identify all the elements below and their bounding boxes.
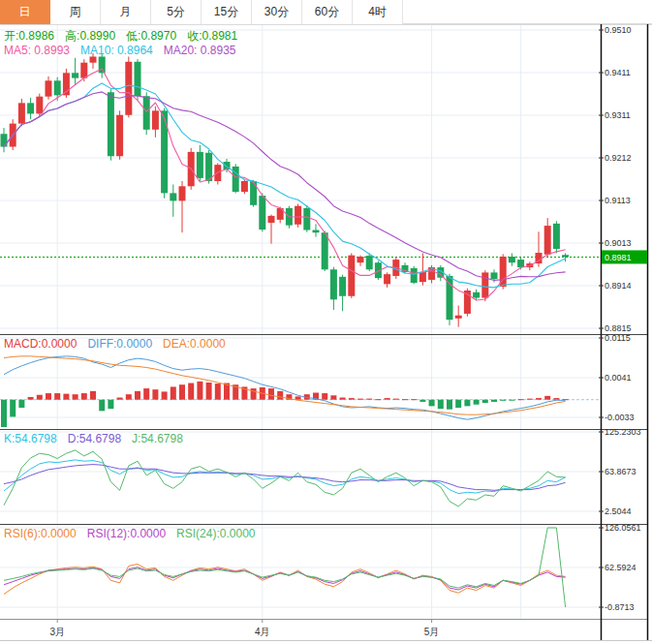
tab-60min[interactable]: 60分	[302, 0, 353, 24]
j-line	[4, 450, 566, 506]
trading-chart-app: { "toolbar": { "tabs": [ {"label": "日", …	[0, 0, 652, 644]
svg-text:5月: 5月	[424, 627, 440, 637]
diff-line	[4, 356, 566, 419]
svg-text:0.9510: 0.9510	[605, 25, 632, 35]
svg-text:0.9212: 0.9212	[605, 153, 632, 163]
svg-text:0.9013: 0.9013	[605, 238, 632, 248]
chart-canvas[interactable]: 0.95100.94110.93110.92120.91130.90130.89…	[0, 0, 652, 644]
ma20-line	[4, 92, 566, 281]
svg-text:0.8815: 0.8815	[605, 323, 632, 333]
tab-month[interactable]: 月	[101, 0, 151, 24]
svg-text:0.0115: 0.0115	[605, 333, 631, 343]
svg-text:0.9311: 0.9311	[605, 110, 631, 120]
gridlines	[0, 24, 601, 619]
tab-30min[interactable]: 30分	[252, 0, 302, 24]
svg-text:3月: 3月	[49, 627, 65, 637]
panel-separators	[0, 24, 652, 641]
timeframe-toolbar: 日 周 月 5分 15分 30分 60分 4时	[0, 0, 652, 24]
macd-histogram	[0, 382, 601, 427]
svg-text:4月: 4月	[255, 627, 270, 637]
svg-text:2.5044: 2.5044	[605, 506, 632, 516]
month-labels: 3月4月5月	[49, 619, 439, 637]
tab-4hour[interactable]: 4时	[353, 0, 403, 24]
current-price-tag: 0.8981	[602, 250, 647, 263]
svg-text:0.9411: 0.9411	[605, 68, 631, 77]
rsi12-line	[4, 567, 566, 590]
svg-text:0.9113: 0.9113	[605, 196, 631, 205]
dea-line	[4, 356, 566, 414]
tab-5min[interactable]: 5分	[151, 0, 202, 24]
svg-text:0.8981: 0.8981	[605, 253, 632, 262]
tab-15min[interactable]: 15分	[202, 0, 252, 24]
svg-text:125.2303: 125.2303	[605, 427, 641, 437]
svg-text:-0.8713: -0.8713	[605, 602, 635, 612]
ma5-line	[4, 69, 566, 300]
tab-week[interactable]: 周	[50, 0, 101, 24]
svg-text:63.8673: 63.8673	[605, 467, 636, 476]
svg-text:126.0561: 126.0561	[605, 523, 641, 533]
tab-day[interactable]: 日	[0, 0, 50, 24]
svg-text:0.8914: 0.8914	[605, 281, 632, 291]
svg-text:0.0041: 0.0041	[605, 373, 632, 383]
price-axis-labels: 0.95100.94110.93110.92120.91130.90130.89…	[599, 25, 641, 612]
svg-text:-0.0033: -0.0033	[605, 413, 635, 422]
svg-text:62.5924: 62.5924	[605, 563, 636, 572]
